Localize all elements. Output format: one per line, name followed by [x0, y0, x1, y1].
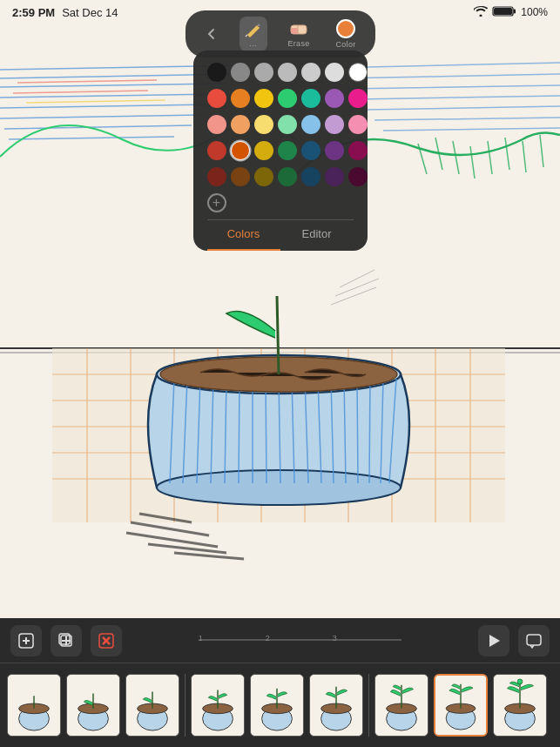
wifi-icon [474, 6, 488, 19]
color-swatch[interactable] [301, 167, 320, 186]
color-swatch[interactable] [278, 167, 297, 186]
frame-thumb[interactable] [250, 674, 304, 737]
color-swatch[interactable] [231, 141, 250, 160]
svg-line-78 [245, 35, 246, 37]
tab-colors[interactable]: Colors [207, 220, 280, 251]
color-swatch[interactable] [231, 89, 250, 108]
color-swatch[interactable] [348, 115, 368, 134]
color-swatch[interactable] [348, 167, 368, 186]
color-swatch[interactable] [207, 167, 226, 186]
color-grid-row3 [207, 115, 354, 134]
color-swatch[interactable] [301, 63, 320, 82]
battery-percent: 100% [521, 6, 548, 18]
section-1-label: 1 [199, 634, 203, 643]
color-swatch[interactable] [278, 89, 297, 108]
color-swatch[interactable] [254, 89, 273, 108]
svg-point-130 [517, 679, 523, 684]
color-swatch[interactable] [254, 167, 273, 186]
filmstrip[interactable] [0, 663, 560, 747]
color-swatch[interactable] [301, 115, 320, 134]
color-swatch[interactable] [301, 141, 320, 160]
color-swatch[interactable] [254, 63, 273, 82]
battery-icon [492, 5, 516, 20]
frame-thumb[interactable] [125, 674, 179, 737]
copy-frame-button[interactable] [51, 625, 82, 656]
eraser-tool-label: Erase [287, 39, 309, 48]
color-swatch[interactable] [325, 141, 344, 160]
frame-thumb[interactable] [7, 674, 61, 737]
color-palette-popup: + Colors Editor [193, 50, 368, 251]
svg-line-69 [277, 296, 279, 374]
color-swatch[interactable] [207, 89, 226, 108]
color-swatch[interactable] [207, 141, 226, 160]
svg-line-65 [369, 379, 370, 483]
play-button[interactable] [478, 625, 509, 656]
color-swatch[interactable] [325, 89, 344, 108]
svg-rect-93 [527, 635, 541, 645]
frame-thumb-active[interactable] [434, 674, 488, 737]
pencil-tool-label: ... [249, 39, 256, 48]
color-swatch[interactable] [278, 141, 297, 160]
color-swatch[interactable] [254, 115, 273, 134]
color-swatch[interactable] [301, 89, 320, 108]
svg-marker-92 [489, 635, 500, 647]
pencil-tool-button[interactable]: ... [239, 17, 267, 51]
chat-button[interactable] [518, 625, 550, 656]
back-button[interactable] [199, 24, 223, 44]
svg-rect-2 [514, 9, 516, 13]
color-swatch[interactable] [278, 115, 297, 134]
delete-frame-button[interactable] [91, 625, 122, 656]
color-swatch[interactable] [348, 141, 368, 160]
status-time: 2:59 PM [12, 6, 55, 19]
section-2-label: 2 [266, 634, 270, 643]
color-tool-label: Color [336, 40, 356, 49]
color-swatch[interactable] [231, 63, 250, 82]
color-swatch[interactable] [325, 167, 344, 186]
section-divider [368, 674, 369, 737]
status-icons: 100% [474, 5, 548, 20]
color-swatch[interactable] [348, 63, 368, 82]
svg-line-57 [266, 379, 267, 483]
color-grid-row1 [207, 63, 354, 82]
svg-point-49 [157, 470, 401, 505]
color-swatch[interactable] [325, 63, 344, 82]
status-date: Sat Dec 14 [62, 6, 118, 19]
color-swatch[interactable] [278, 63, 297, 82]
frame-thumb[interactable] [493, 674, 547, 737]
svg-line-64 [357, 379, 358, 483]
color-swatch[interactable] [348, 89, 368, 108]
color-swatch[interactable] [325, 115, 344, 134]
color-grid-row5 [207, 167, 354, 186]
frame-thumb[interactable] [191, 674, 245, 737]
add-color-button[interactable]: + [207, 193, 226, 212]
section-3-label: 3 [333, 634, 337, 643]
color-grid-row4 [207, 141, 354, 160]
color-swatch[interactable] [231, 167, 250, 186]
svg-line-55 [239, 379, 240, 483]
bottom-bar: 1 2 3 [0, 618, 560, 747]
bottom-controls: 1 2 3 [0, 618, 560, 663]
tab-editor[interactable]: Editor [280, 220, 354, 251]
svg-rect-1 [494, 8, 512, 15]
color-grid-row2 [207, 89, 354, 108]
color-tool-button[interactable]: Color [331, 16, 361, 52]
svg-rect-80 [291, 28, 298, 34]
frame-thumb[interactable] [309, 674, 363, 737]
eraser-tool-button[interactable]: Erase [282, 17, 314, 51]
color-swatch[interactable] [231, 115, 250, 134]
color-swatch[interactable] [254, 141, 273, 160]
color-swatch[interactable] [207, 115, 226, 134]
color-swatch[interactable] [207, 63, 226, 82]
add-frame-button[interactable] [10, 625, 42, 656]
frame-thumb[interactable] [66, 674, 120, 737]
palette-tabs: Colors Editor [207, 219, 354, 251]
section-divider [185, 674, 186, 737]
frame-thumb[interactable] [374, 674, 428, 737]
